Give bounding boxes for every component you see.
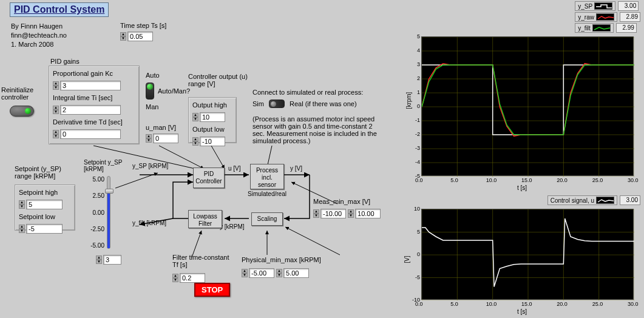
out-low-input[interactable] <box>200 137 225 146</box>
uman-label: u_man [V] <box>146 124 178 131</box>
phys-max-input[interactable] <box>283 268 309 278</box>
phys-min-up[interactable]: ▲ <box>242 269 248 273</box>
sim-text: Sim <box>253 100 264 107</box>
sim-real-toggle[interactable] <box>269 100 285 108</box>
uman-input[interactable] <box>153 134 178 143</box>
out-high-input[interactable] <box>200 112 225 122</box>
pid-gains-label: PID gains <box>50 58 80 65</box>
sim-real-label: Connect to simulated or real process: <box>253 89 363 96</box>
meas-max-down[interactable]: ▼ <box>348 214 354 218</box>
sp-val-up[interactable]: ▲ <box>96 255 102 260</box>
kc-input[interactable] <box>60 81 121 90</box>
kc-up[interactable]: ▲ <box>53 81 59 86</box>
u-arrow-label: u [V] <box>228 165 241 172</box>
man-label: Man <box>146 103 190 110</box>
meas-label: Meas_min_max [V] <box>313 198 370 205</box>
meas-min-up[interactable]: ▲ <box>313 209 319 214</box>
meta-block: By Finnn Haugen finn@techteach.no 1. Mar… <box>11 22 67 49</box>
tf-down[interactable]: ▼ <box>172 278 178 282</box>
meas-min-down[interactable]: ▼ <box>313 214 319 218</box>
chart-bottom-xlabel: t [s] <box>517 308 527 315</box>
author-text: By Finnn Haugen <box>11 22 67 31</box>
sp-high-down[interactable]: ▼ <box>19 205 25 209</box>
uman-down[interactable]: ▼ <box>146 138 152 143</box>
time-step-up[interactable]: ▲ <box>120 32 126 36</box>
reinit-label: Reinitialize controller <box>1 86 41 101</box>
email-text: finn@techteach.no <box>11 31 67 40</box>
legend-yfilt: y_filt <box>575 23 614 33</box>
reinit-button[interactable] <box>10 106 34 117</box>
ti-up[interactable]: ▲ <box>53 106 59 110</box>
real-text: Real (if there was one) <box>290 100 357 107</box>
td-input[interactable] <box>60 129 121 139</box>
auto-man-label: Auto/Man? <box>158 87 190 95</box>
process-block: Process incl. sensor <box>250 164 284 189</box>
legend-ysp-value: 3.00 <box>618 1 639 11</box>
ysp-arrow-label: y_SP [kRPM] <box>132 163 168 169</box>
chart-top-xlabel: t [s] <box>517 184 527 191</box>
td-up[interactable]: ▲ <box>53 130 59 134</box>
legend-ysp: y_SP <box>575 1 615 11</box>
meas-max-input[interactable] <box>355 209 381 218</box>
sp-low-input[interactable] <box>26 224 63 234</box>
chart-top[interactable] <box>421 36 634 176</box>
stop-button[interactable]: STOP <box>194 283 230 297</box>
sim-real-note: (Process is an assumed motor incl speed … <box>253 115 386 144</box>
kc-down[interactable]: ▼ <box>53 86 59 90</box>
ti-label: Integral time Ti [sec] <box>53 94 135 101</box>
tf-input[interactable] <box>180 273 205 283</box>
ti-down[interactable]: ▼ <box>53 110 59 114</box>
td-down[interactable]: ▼ <box>53 134 59 138</box>
auto-man-toggle[interactable] <box>146 83 154 100</box>
auto-label: Auto <box>146 72 190 79</box>
pid-block: PID Controller <box>193 167 225 188</box>
legend-yraw-value: 2.89 <box>620 12 640 22</box>
td-label: Derivative time Td [sec] <box>53 118 135 126</box>
meas-min-input[interactable] <box>320 209 346 218</box>
sp-val-input[interactable] <box>103 255 121 265</box>
ti-input[interactable] <box>60 105 121 115</box>
out-low-up[interactable]: ▲ <box>192 137 198 141</box>
uman-up[interactable]: ▲ <box>146 134 152 138</box>
svg-line-6 <box>115 173 158 188</box>
chart-bottom[interactable] <box>421 209 634 300</box>
phys-min-input[interactable] <box>249 268 274 278</box>
lowpass-block: Lowpass Filter <box>188 210 222 228</box>
phys-label: Physical_min_max [kRPM] <box>242 256 321 263</box>
legend-u-value: 3.00 <box>620 195 640 205</box>
legend-yraw: y_raw <box>575 12 617 22</box>
process-sub: Simulated/real <box>248 191 286 197</box>
slider-label: Setpoint y_SP [kRPM] <box>84 159 122 172</box>
out-high-down[interactable]: ▼ <box>192 117 198 121</box>
sp-val-down[interactable]: ▼ <box>96 260 102 264</box>
phys-max-down[interactable]: ▼ <box>276 273 282 277</box>
ctrl-out-label: Controller output (u) range [V] <box>188 73 248 87</box>
sp-high-input[interactable] <box>26 200 63 209</box>
sp-low-up[interactable]: ▲ <box>19 225 25 229</box>
sp-range-label: Setpoint (y_SP) range [kRPM] <box>15 165 61 180</box>
out-low-down[interactable]: ▼ <box>192 141 198 146</box>
sp-high-label: Setpoint high <box>19 189 71 196</box>
svg-line-8 <box>211 146 225 169</box>
date-text: 1. March 2008 <box>11 40 67 49</box>
y-arrow-label: y [V] <box>290 165 302 172</box>
tf-up[interactable]: ▲ <box>172 274 178 278</box>
phys-max-up[interactable]: ▲ <box>276 269 282 273</box>
yfilt-arrow-label: y_filt [kRPM] <box>132 220 166 226</box>
legend-u: Control signal, u <box>547 195 617 205</box>
out-high-up[interactable]: ▲ <box>192 113 198 117</box>
setpoint-slider[interactable] <box>107 176 110 249</box>
out-low-label: Output low <box>192 126 232 133</box>
tf-label: Filter time-constant Tf [s] <box>172 254 229 268</box>
slider-ticks: 5.00 2.50 0.00 -2.50 -5.00 <box>85 176 104 249</box>
meas-max-up[interactable]: ▲ <box>348 209 354 214</box>
page-title: PID Control System <box>10 2 109 17</box>
scaling-block: Scaling <box>251 212 283 226</box>
ykrpm-arrow-label: y [kRPM] <box>220 223 245 230</box>
sp-high-up[interactable]: ▲ <box>19 200 25 205</box>
time-step-input[interactable] <box>127 32 153 41</box>
phys-min-down[interactable]: ▼ <box>242 273 248 277</box>
time-step-down[interactable]: ▼ <box>120 36 126 41</box>
sp-low-down[interactable]: ▼ <box>19 229 25 233</box>
out-high-label: Output high <box>192 101 232 109</box>
